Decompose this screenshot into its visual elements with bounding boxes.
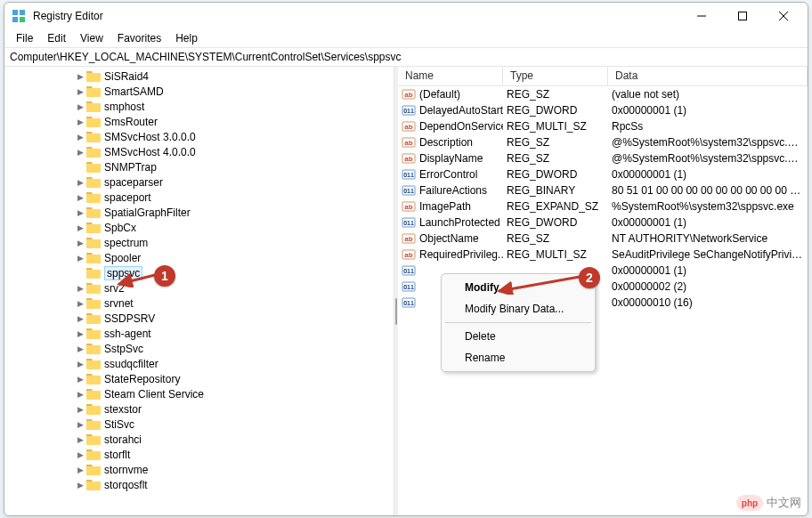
tree-pane[interactable]: ▶SiSRaid4▶SmartSAMD▶smphost▶SmsRouter▶SM… <box>4 67 394 515</box>
close-button[interactable] <box>763 3 804 29</box>
menu-bar: File Edit View Favorites Help <box>4 29 808 47</box>
annotation-arrow-1 <box>114 271 158 287</box>
svg-rect-5 <box>739 12 747 20</box>
svg-rect-0 <box>12 10 18 15</box>
svg-text:011: 011 <box>403 188 414 194</box>
tree-item[interactable]: ▶srvnet <box>4 295 394 311</box>
menu-help[interactable]: Help <box>169 30 204 46</box>
tree-item[interactable]: ▶SiSRaid4 <box>4 69 394 84</box>
svg-line-37 <box>499 277 580 291</box>
value-row[interactable]: abRequiredPrivileg...REG_MULTI_SZSeAudit… <box>398 247 808 263</box>
tree-item[interactable]: ▶SmsRouter <box>4 114 394 129</box>
svg-text:011: 011 <box>403 108 414 114</box>
svg-rect-3 <box>20 17 25 22</box>
annotation-badge-2: 2 <box>579 267 600 288</box>
svg-text:ab: ab <box>404 155 412 163</box>
list-pane: Name Type Data ab(Default)REG_SZ(value n… <box>398 67 808 515</box>
svg-text:ab: ab <box>404 91 412 99</box>
svg-text:ab: ab <box>404 251 412 259</box>
value-row[interactable]: abDescriptionREG_SZ@%SystemRoot%\system3… <box>398 134 808 150</box>
tree-item[interactable]: ▶StiSvc <box>4 417 394 432</box>
menu-view[interactable]: View <box>74 30 110 46</box>
column-header-name[interactable]: Name <box>398 67 503 85</box>
address-bar[interactable]: Computer\HKEY_LOCAL_MACHINE\SYSTEM\Curre… <box>4 47 808 67</box>
list-header: Name Type Data <box>398 67 808 86</box>
value-row[interactable]: abDependOnServiceREG_MULTI_SZRpcSs <box>398 118 808 134</box>
context-rename[interactable]: Rename <box>443 347 593 368</box>
svg-text:011: 011 <box>403 300 414 306</box>
value-row[interactable]: abImagePathREG_EXPAND_SZ%SystemRoot%\sys… <box>398 198 808 214</box>
tree-item[interactable]: ▶SSDPSRV <box>4 311 394 326</box>
svg-text:ab: ab <box>404 123 412 131</box>
registry-editor-window: Registry Editor File Edit View Favorites… <box>4 2 808 516</box>
tree-item[interactable]: ▶spaceport <box>4 190 394 205</box>
app-icon <box>12 9 26 23</box>
menu-favorites[interactable]: Favorites <box>111 30 167 46</box>
tree-item[interactable]: ▶SpbCx <box>4 220 394 235</box>
tree-item[interactable]: ▶ssudqcfilter <box>4 356 394 371</box>
watermark-text: 中文网 <box>767 495 801 511</box>
maximize-button[interactable] <box>722 3 763 29</box>
minimize-button[interactable] <box>681 3 722 29</box>
tree-item[interactable]: ▶srv2 <box>4 280 394 295</box>
context-modify-binary[interactable]: Modify Binary Data... <box>443 298 593 320</box>
context-delete[interactable]: Delete <box>443 326 593 347</box>
tree-item[interactable]: ▶storqosflt <box>4 477 394 492</box>
svg-text:ab: ab <box>404 235 412 243</box>
value-row[interactable]: 011FailureActionsREG_BINARY80 51 01 00 0… <box>398 182 808 198</box>
tree-item[interactable]: ▶SmartSAMD <box>4 84 394 99</box>
tree-item[interactable]: sppsvc <box>4 265 394 280</box>
list-body[interactable]: ab(Default)REG_SZ(value not set)011Delay… <box>398 86 808 515</box>
menu-edit[interactable]: Edit <box>41 30 72 46</box>
svg-line-36 <box>119 275 155 284</box>
tree-item[interactable]: ▶SpatialGraphFilter <box>4 205 394 220</box>
column-header-data[interactable]: Data <box>608 67 808 85</box>
annotation-badge-1: 1 <box>154 265 175 287</box>
tree-item[interactable]: ▶SMSvcHost 4.0.0.0 <box>4 144 394 159</box>
value-row[interactable]: 011ErrorControlREG_DWORD0x00000001 (1) <box>398 166 808 182</box>
tree-item[interactable]: ▶smphost <box>4 99 394 114</box>
tree-item[interactable]: ▶Steam Client Service <box>4 386 394 401</box>
svg-text:011: 011 <box>403 172 414 178</box>
tree-item[interactable]: ▶spaceparser <box>4 174 394 190</box>
watermark-icon <box>736 495 763 511</box>
window-title: Registry Editor <box>33 10 103 22</box>
svg-text:ab: ab <box>404 203 412 211</box>
titlebar: Registry Editor <box>4 3 808 29</box>
svg-text:011: 011 <box>403 284 414 290</box>
svg-text:011: 011 <box>403 220 414 226</box>
column-header-type[interactable]: Type <box>503 67 608 85</box>
tree-item[interactable]: ▶SMSvcHost 3.0.0.0 <box>4 129 394 144</box>
tree-item[interactable]: ▶ssh-agent <box>4 326 394 341</box>
tree-item[interactable]: ▶Spooler <box>4 250 394 265</box>
value-row[interactable]: 011LaunchProtectedREG_DWORD0x00000001 (1… <box>398 214 808 231</box>
value-row[interactable]: abDisplayNameREG_SZ@%SystemRoot%\system3… <box>398 150 808 166</box>
content-area: ▶SiSRaid4▶SmartSAMD▶smphost▶SmsRouter▶SM… <box>4 67 808 515</box>
tree-item[interactable]: ▶spectrum <box>4 235 394 250</box>
svg-rect-2 <box>12 17 18 22</box>
context-separator <box>445 322 591 323</box>
menu-file[interactable]: File <box>10 30 39 46</box>
tree-item[interactable]: ▶stornvme <box>4 462 394 477</box>
value-row[interactable]: 011DelayedAutoStartREG_DWORD0x00000001 (… <box>398 102 808 118</box>
tree-item[interactable]: ▶storflt <box>4 447 394 462</box>
tree-item[interactable]: ▶stexstor <box>4 401 394 417</box>
tree-item[interactable]: SNMPTrap <box>4 159 394 174</box>
annotation-arrow-2 <box>494 273 583 295</box>
svg-rect-1 <box>20 10 25 15</box>
watermark: 中文网 <box>736 495 801 511</box>
tree-item[interactable]: ▶storahci <box>4 432 394 447</box>
tree-item[interactable]: ▶StateRepository <box>4 371 394 386</box>
tree-item[interactable]: ▶SstpSvc <box>4 341 394 356</box>
svg-text:011: 011 <box>403 268 414 274</box>
value-row[interactable]: abObjectNameREG_SZNT AUTHORITY\NetworkSe… <box>398 231 808 247</box>
value-row[interactable]: ab(Default)REG_SZ(value not set) <box>398 86 808 102</box>
svg-text:ab: ab <box>404 139 412 147</box>
